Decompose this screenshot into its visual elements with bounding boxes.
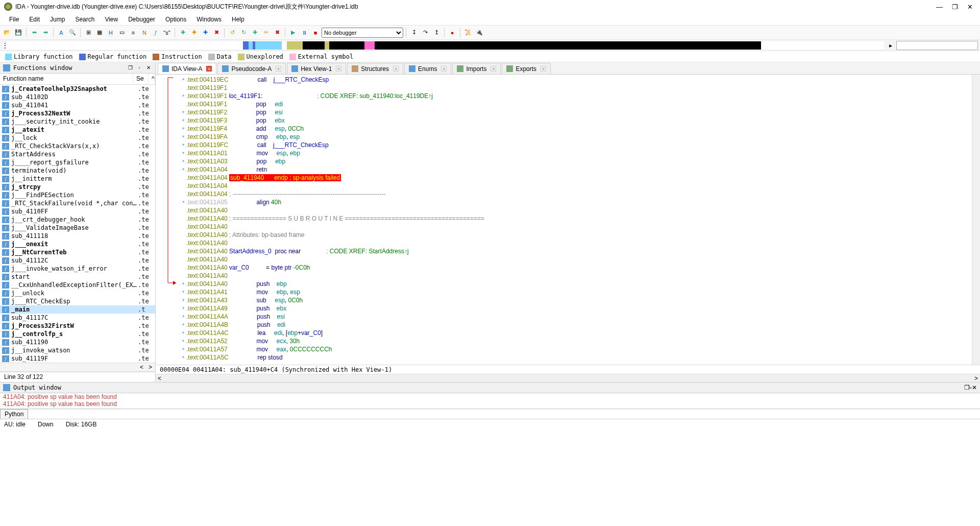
output-close-icon[interactable]: ✕ [972,384,977,391]
disasm-line[interactable]: •.text:00411A41 mov ebp, esp [180,288,972,296]
step-over-icon[interactable]: ↷ [420,28,430,38]
function-row[interactable]: fsub_411190.te [0,338,155,346]
kill-icon[interactable]: ✖ [211,28,222,38]
function-row[interactable]: fj__initterm.te [0,175,155,183]
names-icon[interactable]: N [139,28,150,38]
disasm-line[interactable]: •.text:00411A01 mov esp, ebp [180,149,972,157]
stop-icon[interactable]: ■ [310,28,321,38]
disasm-line[interactable]: •.text:00411A4C lea edi, [ebp+var_C0] [180,329,972,337]
hscroll-funcs[interactable]: < > [0,363,155,372]
search-text-icon[interactable]: A [56,28,66,38]
disasm-line[interactable]: .text:00411A40 ; Attributes: bp-based fr… [180,231,972,239]
tab-close-icon[interactable]: × [393,66,399,71]
func-icon[interactable]: ƒ [151,28,161,38]
script-icon[interactable]: 📜 [463,28,473,38]
disasm-line[interactable]: .text:00411A04 [180,182,972,190]
cut-icon[interactable]: ✂ [261,28,271,38]
plus2-icon[interactable]: ✚ [189,28,199,38]
undo-icon[interactable]: ↺ [227,28,237,38]
function-row[interactable]: fj__invoke_watson.te [0,346,155,354]
disasm-line[interactable]: •.text:004119F2 pop esi [180,108,972,116]
disasm-line[interactable]: •.text:00411A04 retn [180,165,972,174]
disasm-line[interactable]: .text:004119F1 [180,84,972,92]
tab-close-icon[interactable]: × [541,66,546,71]
menu-windows[interactable]: Windows [191,14,227,25]
disasm-line[interactable]: •.text:00411A57 mov eax, 0CCCCCCCCh [180,345,972,353]
function-row[interactable]: fj_Process32FirstW.te [0,322,155,330]
disasm-line[interactable]: •.text:00411A49 push ebx [180,304,972,313]
minimize-button[interactable]: — [936,3,943,11]
function-row[interactable]: fj____report_gsfailure.te [0,158,155,166]
plus3-icon[interactable]: ✚ [200,28,210,38]
output-undock-icon[interactable]: ❐ [964,384,970,391]
function-row[interactable]: fj__crt_debugger_hook.te [0,216,155,224]
disasm-line[interactable]: •.text:00411A52 mov ecx, 30h [180,337,972,345]
tab-close-icon[interactable]: × [206,66,212,71]
disasm-line[interactable]: •.text:00411A4A push esi [180,313,972,321]
function-row[interactable]: fj_CreateToolhelp32Snapshot.te [0,85,155,93]
function-row[interactable]: fterminate(void).te [0,166,155,175]
disasm-line[interactable]: .text:00411A40 ; =============== S U B R… [180,214,972,223]
debugger-select[interactable]: No debugger [322,28,403,38]
hex-icon[interactable]: H [106,28,116,38]
back-icon[interactable]: ⬅ [29,28,39,38]
enum-icon[interactable]: ≡ [128,28,138,38]
search-binary-icon[interactable]: 🔍 [67,28,78,38]
disasm-line[interactable]: .text:00411A04 sub_411940 endp ; sp-anal… [180,174,972,182]
function-row[interactable]: fstart.te [0,273,155,281]
close-panel-icon[interactable]: ✕ [145,64,152,71]
maximize-button[interactable]: ❐ [952,3,958,11]
disasm-line[interactable]: •.text:004119F3 pop ebx [180,116,972,125]
function-row[interactable]: fsub_41102D.te [0,93,155,101]
function-row[interactable]: fsub_411118.te [0,232,155,240]
breakpoint-icon[interactable]: ● [447,28,457,38]
options-icon[interactable]: ▫ [136,64,143,71]
tab-structures[interactable]: Structures× [347,63,403,74]
close-button[interactable]: ✕ [967,3,973,11]
hscroll-disasm[interactable]: <> [156,374,980,382]
output-body[interactable]: 411A04: positive sp value has been found… [0,393,980,409]
disasm-line[interactable]: •.text:00411A03 pop ebp [180,157,972,165]
function-row[interactable]: f__CxxUnhandledExceptionFilter(_EXCEP….t… [0,281,155,289]
nav-dropdown[interactable] [896,41,978,50]
forward-icon[interactable]: ➡ [40,28,51,38]
disasm-line[interactable]: .text:00411A40 var_C0 = byte ptr -0C0h [180,264,972,272]
function-row[interactable]: fj_strcpy.te [0,183,155,191]
disasm-line[interactable]: •.text:004119FC call j___RTC_CheckEsp [180,141,972,149]
function-row[interactable]: fj___RTC_CheckEsp.te [0,297,155,305]
tab-exports[interactable]: Exports× [502,63,551,74]
nav-right-arrow[interactable]: ▸ [889,42,892,49]
open-icon[interactable]: 📂 [2,28,12,38]
menu-options[interactable]: Options [160,14,191,25]
disasm-line[interactable]: •.text:004119F1 loc_4119F1: ; CODE XREF:… [180,92,972,100]
function-row[interactable]: f_RTC_CheckStackVars(x,x).te [0,142,155,150]
tab-hex-view-1[interactable]: Hex View-1× [287,63,346,74]
menu-search[interactable]: Search [70,14,100,25]
function-row[interactable]: fj___FindPESection.te [0,191,155,199]
scroll-up-icon[interactable]: ^ [149,74,155,84]
command-input[interactable] [28,409,980,419]
plus1-icon[interactable]: ✚ [178,28,188,38]
menu-help[interactable]: Help [227,14,250,25]
function-row[interactable]: fj___security_init_cookie.te [0,117,155,126]
run-icon[interactable]: ▶ [288,28,298,38]
function-row[interactable]: fsub_411041.te [0,101,155,109]
disasm-line[interactable]: •.text:00411A43 sub esp, 0C0h [180,296,972,304]
menu-view[interactable]: View [100,14,123,25]
undock-icon[interactable]: ❐ [127,64,134,71]
plus4-icon[interactable]: ✚ [250,28,260,38]
function-row[interactable]: fj___onexit.te [0,240,155,248]
tab-close-icon[interactable]: × [491,66,496,71]
disasm-line[interactable]: •.text:004119FA cmp ebp, esp [180,133,972,141]
menu-debugger[interactable]: Debugger [123,14,160,25]
function-row[interactable]: fStartAddress.te [0,150,155,158]
function-row[interactable]: fj___ValidateImageBase.te [0,224,155,232]
disasm-line[interactable]: .text:00411A40 [180,272,972,280]
disasm-line[interactable]: •.text:004119F4 add esp, 0CCh [180,125,972,133]
graph-icon[interactable]: ▦ [94,28,105,38]
disasm-line[interactable]: .text:00411A40 [180,223,972,231]
function-row[interactable]: fj__atexit.te [0,126,155,134]
function-row[interactable]: fsub_41112C.te [0,256,155,265]
tab-ida-view-a[interactable]: IDA View-A× [158,63,216,74]
function-row[interactable]: f_RTC_StackFailure(void *,char const *).… [0,199,155,207]
